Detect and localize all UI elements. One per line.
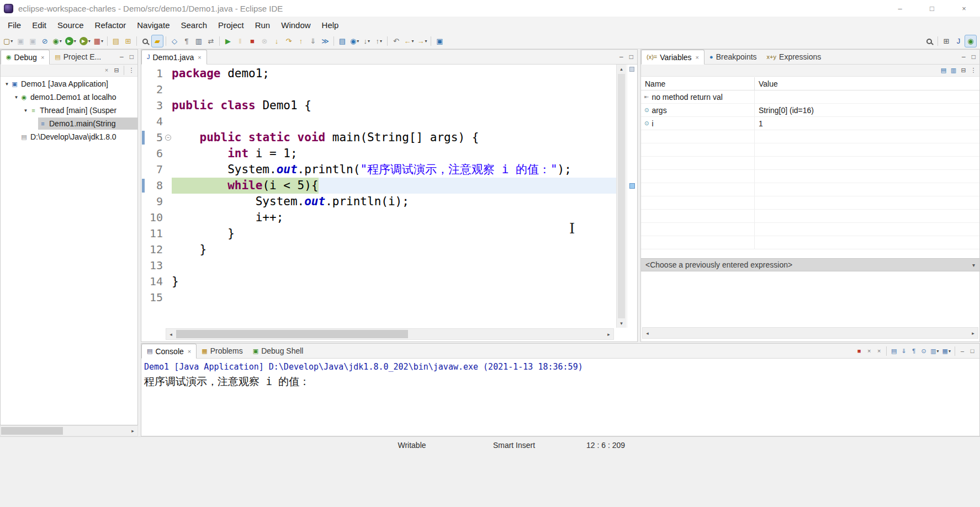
close-tab-icon[interactable]: × — [696, 54, 699, 61]
pin-console-button[interactable]: ⊙ — [919, 346, 929, 356]
code-line-11[interactable]: 11 } — [141, 226, 616, 242]
code-text[interactable]: package demo1; — [172, 66, 616, 82]
collapse-all-button[interactable]: ⊟ — [958, 65, 968, 76]
minimize-view-button[interactable]: – — [957, 346, 967, 356]
back-button[interactable]: ←▾ — [402, 35, 415, 47]
scroll-right-button[interactable]: ▸ — [128, 426, 137, 436]
variable-row[interactable]: ⊙argsString[0] (id=16) — [641, 104, 979, 117]
maximize-window-button[interactable]: □ — [916, 0, 948, 17]
line-number[interactable]: 10 — [148, 210, 165, 226]
breakpoint-view-button[interactable]: ◉▾ — [348, 35, 361, 47]
code-text[interactable]: } — [172, 274, 616, 290]
marker-gutter[interactable] — [141, 162, 148, 178]
scrollbar-thumb[interactable] — [1, 427, 63, 435]
show-debug-view-button[interactable]: ▤ — [336, 35, 348, 47]
debug-button[interactable]: ◉▾ — [51, 35, 63, 47]
marker-gutter[interactable] — [141, 98, 148, 114]
close-tab-icon[interactable]: × — [188, 348, 191, 355]
coverage-button[interactable]: ▶▾ — [78, 35, 92, 47]
scroll-down-button[interactable]: ▾ — [617, 319, 626, 328]
forward-button[interactable]: →▾ — [415, 35, 428, 47]
code-line-6[interactable]: 6 int i = 1; — [141, 146, 616, 162]
scroll-left-button[interactable]: ◂ — [643, 328, 652, 338]
terminate-button[interactable]: ■ — [246, 35, 258, 47]
menu-window[interactable]: Window — [276, 17, 316, 34]
line-number[interactable]: 12 — [148, 242, 165, 258]
code-area[interactable]: 1package demo1;23public class Demo1 {45−… — [141, 65, 616, 328]
marker-gutter[interactable] — [141, 226, 148, 242]
skip-all-breakpoints-button[interactable]: ⊘ — [39, 35, 51, 47]
variables-hscrollbar[interactable]: ◂ ▸ — [642, 327, 978, 339]
code-text[interactable]: } — [172, 242, 616, 258]
scroll-right-button[interactable]: ▸ — [968, 328, 978, 338]
code-line-3[interactable]: 3public class Demo1 { — [141, 98, 616, 114]
tab-debug-shell[interactable]: ▣Debug Shell — [248, 344, 309, 358]
close-tab-icon[interactable]: × — [198, 54, 201, 61]
pin-editor-button[interactable]: ▣ — [433, 35, 446, 47]
previous-annotation-button[interactable]: ↑▾ — [373, 35, 385, 47]
display-selected-console-button[interactable]: ▥▾ — [929, 346, 940, 356]
next-annotation-button[interactable]: ↓▾ — [361, 35, 373, 47]
code-text[interactable] — [172, 114, 616, 130]
maximize-view-button[interactable]: □ — [972, 53, 976, 61]
run-button[interactable]: ▶▾ — [63, 35, 78, 47]
line-number[interactable]: 4 — [148, 114, 165, 130]
use-step-filters-button[interactable]: ≫ — [319, 35, 331, 47]
step-into-button[interactable]: ↓ — [271, 35, 283, 47]
code-line-15[interactable]: 15 — [141, 290, 616, 306]
code-line-4[interactable]: 4 — [141, 114, 616, 130]
debug-tree[interactable]: ▼▣Demo1 [Java Application]▼◉demo1.Demo1 … — [1, 77, 137, 425]
expand-arrow-icon[interactable]: ▼ — [4, 82, 10, 87]
open-type-button[interactable]: ◇ — [168, 35, 181, 47]
menu-navigate[interactable]: Navigate — [131, 17, 175, 34]
marker-gutter[interactable] — [141, 194, 148, 210]
java-perspective-button[interactable]: J — [952, 35, 965, 47]
variable-name-cell[interactable]: ⊙i — [641, 117, 754, 130]
variable-name-cell[interactable]: ⊙args — [641, 104, 754, 116]
menu-search[interactable]: Search — [175, 17, 213, 34]
clear-console-button[interactable]: ▤ — [889, 346, 899, 356]
marker-gutter[interactable] — [141, 146, 148, 162]
code-line-10[interactable]: 10 i++; — [141, 210, 616, 226]
line-number[interactable]: 13 — [148, 258, 165, 274]
tab-variables[interactable]: (x)=Variables× — [641, 50, 704, 65]
tab-demo1-java[interactable]: JDemo1.java× — [141, 50, 207, 65]
last-edit-location-button[interactable]: ↶ — [390, 35, 402, 47]
word-wrap-button[interactable]: ¶ — [909, 346, 919, 356]
drop-to-frame-button[interactable]: ⇓ — [307, 35, 319, 47]
code-text[interactable] — [172, 82, 616, 98]
variable-name-cell[interactable]: ⇤no method return val — [641, 90, 754, 103]
show-type-names-button[interactable]: ▤ — [939, 65, 949, 76]
show-whitespace-button[interactable]: ¶ — [181, 35, 193, 47]
code-line-1[interactable]: 1package demo1; — [141, 66, 616, 82]
tree-item[interactable]: ▼≡Thread [main] (Susper — [1, 104, 137, 117]
code-line-9[interactable]: 9 System.out.println(i); — [141, 194, 616, 210]
code-line-7[interactable]: 7 System.out.println("程序调试演示，注意观察 i 的值："… — [141, 162, 616, 178]
code-text[interactable]: System.out.println("程序调试演示，注意观察 i 的值："); — [172, 162, 616, 178]
variable-row[interactable]: ⊙i1 — [641, 117, 979, 130]
collapse-marker-icon[interactable]: − — [165, 135, 171, 141]
save-button[interactable]: ▣ — [14, 35, 27, 47]
line-number[interactable]: 5 — [148, 130, 165, 146]
line-number[interactable]: 6 — [148, 146, 165, 162]
close-tab-icon[interactable]: × — [41, 54, 44, 61]
marker-gutter[interactable] — [141, 258, 148, 274]
variable-value-cell[interactable]: String[0] (id=16) — [754, 104, 979, 116]
tree-item[interactable]: ≡Demo1.main(String — [1, 117, 137, 130]
code-text[interactable]: public static void main(String[] args) { — [172, 130, 616, 146]
line-number[interactable]: 11 — [148, 226, 165, 242]
new-package-button[interactable]: ⊞ — [122, 35, 134, 47]
open-perspective-button[interactable]: ⊞ — [940, 35, 952, 47]
tree-item[interactable]: ▤D:\Develop\Java\jdk1.8.0 — [1, 130, 137, 143]
code-line-14[interactable]: 14} — [141, 274, 616, 290]
code-text[interactable]: } — [172, 226, 616, 242]
console-output-area[interactable]: Demo1 [Java Application] D:\Develop\Java… — [141, 359, 979, 436]
remove-launch-button[interactable]: × — [864, 346, 874, 356]
variable-row[interactable]: ⇤no method return val — [641, 90, 979, 104]
code-line-13[interactable]: 13 — [141, 258, 616, 274]
line-number[interactable]: 14 — [148, 274, 165, 290]
scrollbar-thumb[interactable] — [618, 74, 625, 318]
scrollbar-thumb[interactable] — [176, 330, 408, 338]
marker-gutter[interactable] — [141, 178, 148, 194]
resume-button[interactable]: ▶ — [222, 35, 234, 47]
